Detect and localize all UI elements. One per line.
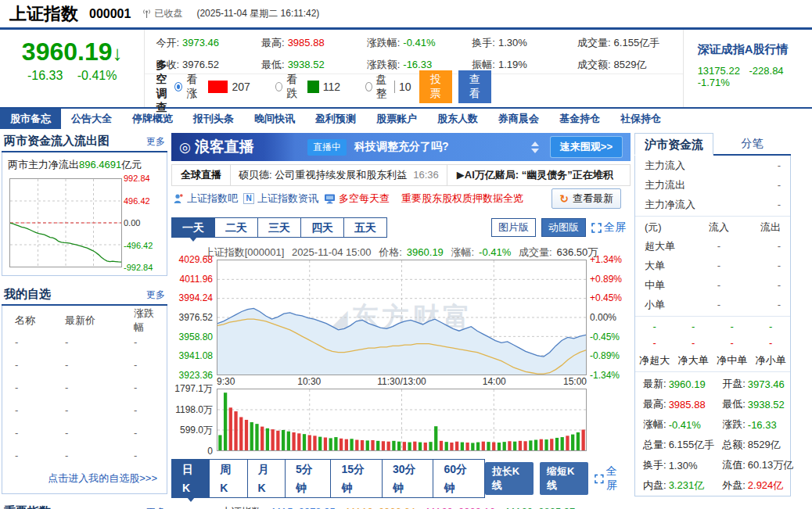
bull-swatch (208, 81, 228, 93)
shrink-kline-button[interactable]: 缩短K线 (540, 462, 588, 495)
carousel-down-icon[interactable] (531, 149, 539, 153)
kline-tab[interactable]: 15分钟 (331, 459, 382, 498)
survey-option-bear[interactable]: 看跌 112 (275, 73, 340, 101)
nav-tab[interactable]: 社保持仓 (610, 109, 671, 129)
vote-button[interactable]: 投票 (419, 70, 452, 103)
period-tab[interactable]: 二天 (215, 217, 258, 238)
change-percent: -0.41% (77, 69, 117, 82)
change-value: -16.33 (27, 69, 63, 82)
kline-tab[interactable]: 月K (248, 459, 286, 498)
monitor-icon (324, 193, 336, 204)
summary-stat: 最低:3938.52 (714, 394, 793, 414)
chart-price: 3960.19 (407, 246, 444, 258)
fund-flow-y-labels: 992.84496.420.00-496.42-992.84 (124, 178, 163, 267)
order-row: 小单 - - (635, 295, 790, 314)
volume-chart-grid: 1797.1万1198.0万599.0万0 (171, 389, 631, 451)
nav-tab[interactable]: 报刊头条 (183, 109, 244, 129)
watchlist-row[interactable]: - - - (9, 376, 160, 399)
watchlist-row[interactable]: - - - (9, 353, 160, 376)
fund-flow-plot (9, 178, 122, 267)
divider (635, 216, 790, 217)
stat-cell: 成交额:8529亿 (577, 58, 683, 72)
news-secondary-headline[interactable]: ▶AI万亿赌局: “幽灵债务”正在堆积 (447, 168, 613, 182)
watchlist-more-link[interactable]: 更多 (146, 289, 165, 302)
animated-version-button[interactable]: 动图版 (541, 218, 586, 237)
news-headline[interactable]: 硕贝德: 公司重视持续发展和股东利益 (231, 168, 413, 182)
tab-tick-detail[interactable]: 分笔 (713, 133, 791, 154)
kline-tabs: 日K周K月K5分钟15分钟30分钟60分钟 (171, 459, 485, 498)
radio-bull-icon[interactable] (174, 82, 182, 91)
pledge-data-link[interactable]: 重要股东股权质押数据全览 (401, 192, 523, 206)
quote-datetime: (2025-11-04 星期二 16:11:42) (196, 7, 319, 20)
nav-tab[interactable]: 股市备忘 (0, 109, 61, 129)
ma-item: MA10: 3966.64 (347, 506, 415, 509)
live-carousel-arrows[interactable] (531, 142, 539, 153)
order-col-headers: (元) 流入 流出 (635, 218, 790, 236)
live-cta-button[interactable]: 速来围观>> (550, 136, 623, 158)
price-y-labels-left: 4029.684011.963994.243976.523958.803941.… (171, 260, 217, 375)
index-info-link[interactable]: N 上证指数资讯 (243, 192, 318, 206)
period-tab[interactable]: 一天 (171, 217, 215, 238)
summary-stat: 流值:60.13万亿 (714, 455, 793, 475)
money-flow-panel: 主力流入- 主力流出- 主力净流入- (元) 流入 流出 超大单 - - (634, 156, 791, 496)
radio-flat-icon[interactable] (365, 82, 372, 91)
watchlist-row[interactable]: - - - (9, 444, 160, 467)
nav-tab[interactable]: 股票账户 (366, 109, 427, 129)
tab-sh-money-flow[interactable]: 沪市资金流 (634, 133, 713, 156)
nav-tab[interactable]: 券商晨会 (488, 109, 549, 129)
live-logo-icon: ◎ (179, 139, 191, 156)
index-code: 000001 (89, 7, 131, 21)
main-force-row: 主力流入- (635, 156, 790, 175)
period-tab[interactable]: 三天 (258, 217, 301, 238)
ma-item: MA20: 3929.16 (426, 506, 495, 509)
kline-tab[interactable]: 30分钟 (383, 459, 433, 498)
summary-stat: 内盘:3.231亿 (635, 475, 714, 496)
survey-option-bull[interactable]: 看涨 207 (174, 73, 250, 101)
nav-tab[interactable]: 股东人数 (427, 109, 488, 129)
fund-flow-more-link[interactable]: 更多 (146, 135, 165, 149)
survey-option-flat[interactable]: 盘整 10 (365, 73, 411, 101)
price-change: -16.33 -0.41% (0, 69, 144, 83)
summary-stat: 最新:3960.19 (635, 374, 714, 394)
news-bar: 全球直播 硕贝德: 公司重视持续发展和股东利益 16:36 ▶AI万亿赌局: “… (171, 164, 631, 186)
fund-flow-box: 两市主力净流出896.4691亿元 992.84496.420.00-496.4… (2, 152, 167, 276)
kline-tab[interactable]: 60分钟 (433, 459, 484, 498)
live-headline[interactable]: 科技调整充分了吗? (354, 140, 449, 154)
indices-more-link[interactable]: 更多 (146, 506, 165, 509)
stat-cell: 今开:3973.46 (156, 36, 261, 50)
kline-tab[interactable]: 日K (171, 459, 210, 498)
price-chart-grid: 4029.684011.963994.243976.523958.803941.… (171, 260, 631, 375)
period-tab[interactable]: 四天 (301, 217, 344, 238)
period-tab[interactable]: 五天 (344, 217, 387, 238)
bull-count: 207 (232, 81, 250, 93)
kline-tab[interactable]: 周K (210, 459, 247, 498)
nav-tab[interactable]: 公告大全 (61, 109, 122, 129)
daily-survey-link[interactable]: 多空每天查 (324, 192, 390, 206)
nav-tab[interactable]: 晚间快讯 (244, 109, 305, 129)
nav-tab[interactable]: 盈利预测 (305, 109, 366, 129)
fullscreen-link-bottom[interactable]: 全屏 (595, 464, 626, 493)
ma-items: MA5: 3978.95MA10: 3966.64MA20: 3929.16MA… (267, 506, 581, 509)
stretch-kline-button[interactable]: 拉长K线 (485, 462, 534, 495)
nav-tab[interactable]: 停牌概览 (122, 109, 183, 129)
price-block: 3960.19↓ -16.33 -0.41% (0, 30, 144, 107)
watchlist-enter-link[interactable]: 点击进入我的自选股>>> (9, 467, 160, 489)
image-version-button[interactable]: 图片版 (491, 218, 536, 237)
order-row: 超大单 - - (635, 236, 790, 256)
nav-tab[interactable]: 基金持仓 (549, 109, 610, 129)
live-badge: 直播中 (307, 139, 347, 156)
watchlist-row[interactable]: - - - (9, 399, 160, 421)
watchlist-row[interactable]: - - - (9, 421, 160, 444)
fullscreen-link[interactable]: 全屏 (591, 220, 626, 235)
index-bar-link[interactable]: 上证指数吧 (173, 192, 238, 206)
refresh-latest-button[interactable]: ↻ 查看最新 (552, 188, 621, 209)
szse-values: 13175.22 -228.84 -1.71% (698, 65, 812, 88)
carousel-up-icon[interactable] (531, 142, 539, 146)
radio-bear-icon[interactable] (275, 82, 283, 91)
view-results-button[interactable]: 查看 (458, 70, 491, 103)
live-banner[interactable]: ◎ 浪客直播 直播中 科技调整充分了吗? 速来围观>> (171, 133, 631, 161)
kline-tab[interactable]: 5分钟 (286, 459, 332, 498)
szse-link[interactable]: 深证成指A股行情 (698, 42, 812, 57)
divider (635, 316, 790, 317)
last-price: 3960.19 (22, 38, 113, 66)
